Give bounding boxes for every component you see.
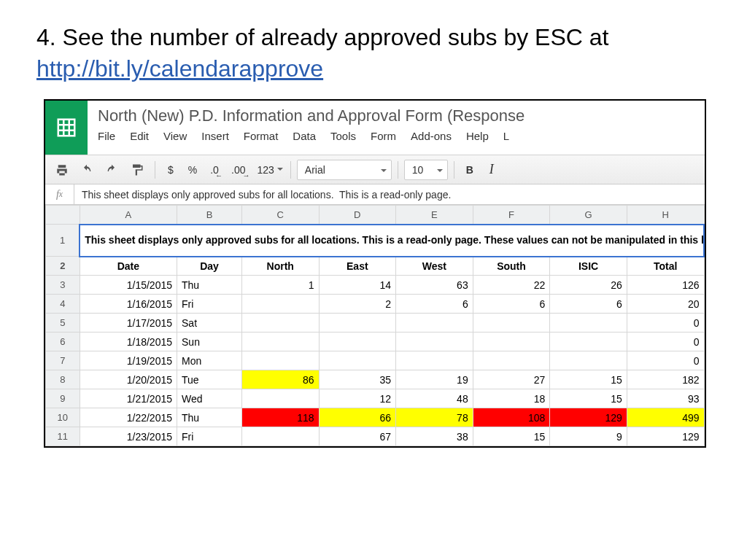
undo-icon[interactable] <box>76 160 98 180</box>
row-header[interactable]: 2 <box>46 257 80 276</box>
cell[interactable]: 27 <box>473 370 550 389</box>
column-header[interactable]: G <box>550 206 627 225</box>
cell[interactable]: Thu <box>177 276 242 295</box>
cell[interactable]: Fri <box>177 295 242 314</box>
menu-form[interactable]: Form <box>371 130 396 142</box>
cell[interactable]: 35 <box>319 370 396 389</box>
cell[interactable]: 38 <box>396 427 473 446</box>
cell[interactable]: 26 <box>550 276 627 295</box>
cell[interactable]: 6 <box>550 295 627 314</box>
cell[interactable]: 0 <box>627 332 704 351</box>
cell[interactable] <box>396 332 473 351</box>
select-all-corner[interactable] <box>46 206 80 225</box>
table-header-cell[interactable]: North <box>241 257 319 276</box>
spreadsheet-grid[interactable]: ABCDEFGH 1This sheet displays only appro… <box>45 205 705 446</box>
cell[interactable]: 108 <box>473 408 550 427</box>
redo-icon[interactable] <box>101 160 123 180</box>
font-family-dropdown[interactable]: Arial <box>297 160 392 180</box>
paint-format-icon[interactable] <box>125 160 149 180</box>
cell[interactable]: 93 <box>627 389 704 408</box>
sheets-logo-icon[interactable] <box>45 101 88 155</box>
cell[interactable]: 63 <box>396 276 473 295</box>
cell[interactable]: Fri <box>177 427 242 446</box>
cell[interactable]: 20 <box>627 295 704 314</box>
column-header[interactable]: D <box>319 206 396 225</box>
bold-button[interactable]: B <box>460 160 479 180</box>
menu-insert[interactable]: Insert <box>201 130 229 142</box>
cell[interactable]: 1 <box>241 276 319 295</box>
table-header-cell[interactable]: West <box>396 257 473 276</box>
info-note-cell[interactable]: This sheet displays only approved subs f… <box>80 225 704 257</box>
menu-add-ons[interactable]: Add-ons <box>411 130 452 142</box>
cell[interactable]: 1/17/2015 <box>80 314 177 332</box>
row-header[interactable]: 1 <box>46 225 80 257</box>
cell[interactable]: 66 <box>319 408 396 427</box>
cell[interactable]: 118 <box>241 408 319 427</box>
cell[interactable]: Sat <box>177 314 242 332</box>
table-header-cell[interactable]: ISIC <box>550 257 627 276</box>
cell[interactable]: Thu <box>177 408 242 427</box>
cell[interactable]: 129 <box>627 427 704 446</box>
cell[interactable]: 48 <box>396 389 473 408</box>
cell[interactable]: 1/15/2015 <box>80 276 177 295</box>
cell[interactable]: 19 <box>396 370 473 389</box>
cell[interactable]: 22 <box>473 276 550 295</box>
currency-button[interactable]: $ <box>161 160 180 180</box>
cell[interactable] <box>473 351 550 370</box>
cell[interactable]: Sun <box>177 332 242 351</box>
row-header[interactable]: 5 <box>46 314 80 332</box>
cell[interactable]: 129 <box>550 408 627 427</box>
number-format-dropdown[interactable]: 123 <box>252 160 284 180</box>
document-title[interactable]: North (New) P.D. Information and Approva… <box>98 105 697 130</box>
cell[interactable] <box>550 351 627 370</box>
row-header[interactable]: 8 <box>46 370 80 389</box>
cell[interactable]: 14 <box>319 276 396 295</box>
column-header[interactable]: A <box>80 206 177 225</box>
table-header-cell[interactable]: Day <box>177 257 242 276</box>
cell[interactable]: 0 <box>627 351 704 370</box>
decrease-decimal-button[interactable]: .0← <box>205 160 224 180</box>
table-header-cell[interactable]: South <box>473 257 550 276</box>
heading-link[interactable]: http://bit.ly/calendarapprove <box>36 55 323 82</box>
cell[interactable]: Mon <box>177 351 242 370</box>
row-header[interactable]: 6 <box>46 332 80 351</box>
menu-help[interactable]: Help <box>466 130 489 142</box>
cell[interactable]: 499 <box>627 408 704 427</box>
cell[interactable]: 78 <box>396 408 473 427</box>
cell[interactable] <box>319 314 396 332</box>
row-header[interactable]: 3 <box>46 276 80 295</box>
cell[interactable]: 15 <box>473 427 550 446</box>
column-header[interactable]: E <box>396 206 473 225</box>
table-header-cell[interactable]: Total <box>627 257 704 276</box>
cell[interactable]: 182 <box>627 370 704 389</box>
cell[interactable]: 1/18/2015 <box>80 332 177 351</box>
cell[interactable]: 6 <box>396 295 473 314</box>
table-header-cell[interactable]: Date <box>80 257 177 276</box>
cell[interactable] <box>396 351 473 370</box>
cell[interactable]: 18 <box>473 389 550 408</box>
cell[interactable] <box>241 389 319 408</box>
row-header[interactable]: 4 <box>46 295 80 314</box>
cell[interactable] <box>473 332 550 351</box>
menu-format[interactable]: Format <box>244 130 279 142</box>
row-header[interactable]: 11 <box>46 427 80 446</box>
cell[interactable]: 126 <box>627 276 704 295</box>
cell[interactable] <box>396 314 473 332</box>
cell[interactable]: 15 <box>550 389 627 408</box>
cell[interactable]: 2 <box>319 295 396 314</box>
cell[interactable]: 6 <box>473 295 550 314</box>
row-header[interactable]: 7 <box>46 351 80 370</box>
menu-data[interactable]: Data <box>293 130 316 142</box>
cell[interactable] <box>319 332 396 351</box>
formula-input[interactable] <box>74 184 705 204</box>
cell[interactable] <box>241 332 319 351</box>
cell[interactable]: Wed <box>177 389 242 408</box>
increase-decimal-button[interactable]: .00→ <box>227 160 249 180</box>
cell[interactable]: 9 <box>550 427 627 446</box>
column-header[interactable]: H <box>627 206 704 225</box>
cell[interactable]: 1/21/2015 <box>80 389 177 408</box>
cell[interactable]: 1/23/2015 <box>80 427 177 446</box>
row-header[interactable]: 10 <box>46 408 80 427</box>
cell[interactable] <box>319 351 396 370</box>
menu-edit[interactable]: Edit <box>130 130 149 142</box>
